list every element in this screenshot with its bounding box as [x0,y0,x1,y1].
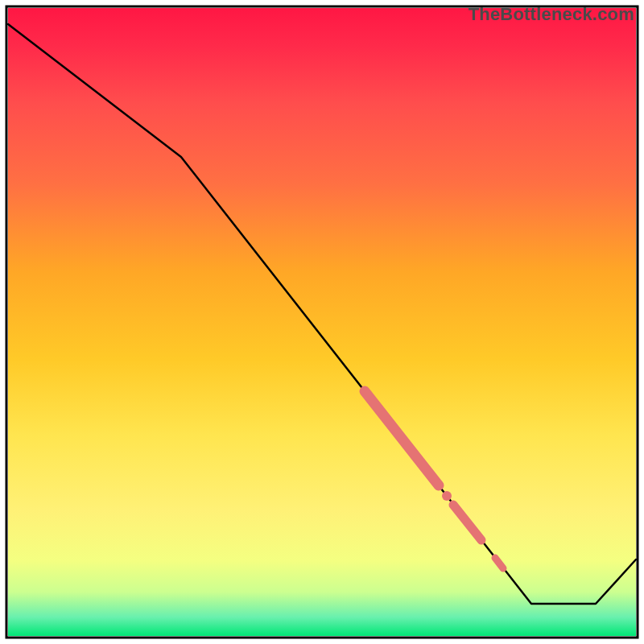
chart-container: TheBottleneck.com [0,0,644,644]
chart-background [8,8,636,636]
highlight-dot1 [442,491,452,501]
dot-group [442,491,452,501]
chart-svg [0,0,644,644]
watermark-label: TheBottleneck.com [469,4,634,25]
